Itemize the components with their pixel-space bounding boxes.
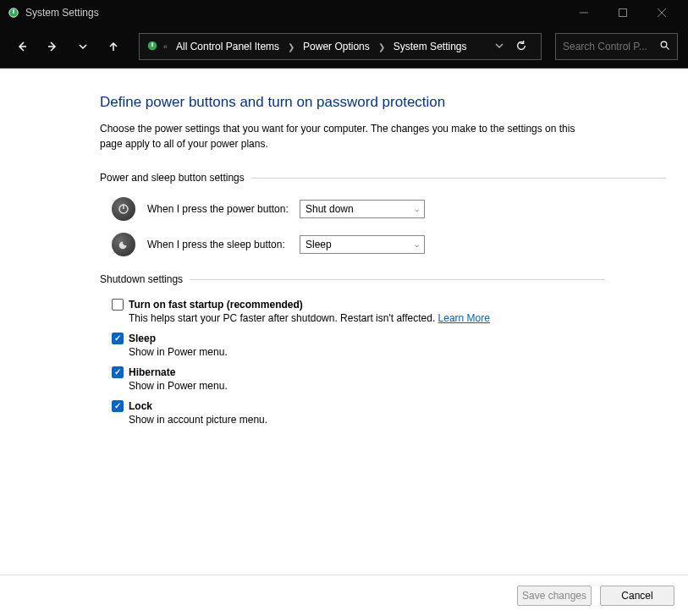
- svg-rect-1: [13, 10, 14, 14]
- hibernate-desc: Show in Power menu.: [129, 380, 673, 392]
- sleep-checkbox[interactable]: [112, 333, 124, 344]
- recent-dropdown[interactable]: [71, 35, 95, 58]
- chevron-down-icon: ⌵: [415, 205, 419, 213]
- breadcrumb-item[interactable]: System Settings: [390, 39, 471, 54]
- sleep-button-row: When I press the sleep button: Sleep ⌵: [112, 233, 673, 256]
- content-area: Define power buttons and turn on passwor…: [0, 69, 688, 575]
- hibernate-setting: Hibernate Show in Power menu.: [112, 366, 673, 392]
- hibernate-checkbox[interactable]: [112, 366, 124, 378]
- sleep-setting: Sleep Show in Power menu.: [112, 333, 673, 358]
- sleep-icon: [112, 233, 135, 256]
- footer: Save changes Cancel: [0, 575, 688, 616]
- fast-startup-checkbox[interactable]: [112, 299, 124, 311]
- power-button-label: When I press the power button:: [147, 203, 300, 215]
- window-title: System Settings: [25, 7, 564, 19]
- section-shutdown: Shutdown settings Turn on fast startup (…: [100, 273, 673, 426]
- maximize-button[interactable]: [603, 0, 642, 25]
- breadcrumb[interactable]: « All Control Panel Items ❯ Power Option…: [139, 33, 542, 60]
- chevron-down-icon: ⌵: [415, 240, 419, 249]
- power-button-row: When I press the power button: Shut down…: [112, 197, 673, 221]
- chevron-right-icon: ❯: [378, 42, 385, 52]
- chevron-right-icon: ❯: [288, 42, 294, 52]
- sleep-desc: Show in Power menu.: [129, 346, 673, 358]
- lock-label[interactable]: Lock: [129, 400, 152, 412]
- dropdown-value: Sleep: [305, 239, 332, 250]
- dropdown-value: Shut down: [305, 203, 354, 215]
- forward-button[interactable]: [41, 35, 64, 58]
- divider: [251, 178, 666, 179]
- titlebar: System Settings: [0, 0, 688, 25]
- refresh-button[interactable]: [509, 40, 534, 54]
- window-controls: [564, 0, 681, 25]
- section-power-sleep: Power and sleep button settings When I p…: [100, 172, 673, 256]
- svg-line-12: [667, 47, 669, 49]
- search-box[interactable]: [555, 33, 678, 60]
- svg-rect-10: [151, 43, 153, 47]
- fast-startup-label[interactable]: Turn on fast startup (recommended): [129, 299, 303, 311]
- learn-more-link[interactable]: Learn More: [438, 312, 490, 324]
- close-button[interactable]: [642, 0, 681, 25]
- lock-desc: Show in account picture menu.: [129, 414, 673, 426]
- sleep-button-label: When I press the sleep button:: [147, 239, 300, 250]
- navbar: « All Control Panel Items ❯ Power Option…: [0, 25, 688, 68]
- up-button[interactable]: [102, 35, 125, 58]
- breadcrumb-icon: [146, 40, 160, 53]
- save-button[interactable]: Save changes: [517, 586, 592, 606]
- search-input[interactable]: [563, 41, 657, 52]
- minimize-button[interactable]: [564, 0, 603, 25]
- lock-checkbox[interactable]: [112, 400, 124, 412]
- back-button[interactable]: [10, 35, 34, 58]
- sleep-button-dropdown[interactable]: Sleep ⌵: [300, 235, 425, 254]
- fast-startup-desc: This helps start your PC faster after sh…: [129, 312, 438, 324]
- section-title: Power and sleep button settings: [100, 172, 251, 184]
- search-icon[interactable]: [660, 41, 670, 53]
- section-title: Shutdown settings: [100, 273, 190, 285]
- lock-setting: Lock Show in account picture menu.: [112, 400, 673, 426]
- address-dropdown[interactable]: [490, 41, 509, 52]
- page-description: Choose the power settings that you want …: [100, 121, 582, 151]
- breadcrumb-item[interactable]: Power Options: [300, 39, 373, 54]
- divider: [190, 279, 604, 280]
- app-icon: [7, 6, 20, 19]
- breadcrumb-item[interactable]: All Control Panel Items: [173, 39, 283, 54]
- page-title: Define power buttons and turn on passwor…: [100, 94, 673, 111]
- hibernate-label[interactable]: Hibernate: [129, 366, 175, 378]
- power-button-dropdown[interactable]: Shut down ⌵: [300, 200, 425, 218]
- sleep-label[interactable]: Sleep: [129, 333, 156, 344]
- power-icon: [112, 197, 135, 221]
- cancel-button[interactable]: Cancel: [600, 586, 674, 606]
- svg-rect-3: [619, 9, 627, 17]
- svg-point-11: [661, 41, 667, 47]
- fast-startup-setting: Turn on fast startup (recommended) This …: [112, 299, 673, 324]
- chevron-left-icon: «: [163, 42, 168, 51]
